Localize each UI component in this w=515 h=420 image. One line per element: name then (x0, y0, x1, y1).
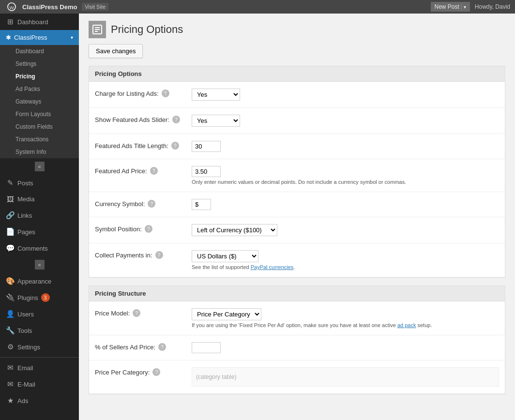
svg-text:W: W (10, 5, 15, 10)
featured-price-input[interactable] (192, 166, 221, 177)
option-price-per-category: Price Per Category: ? (category table) (89, 360, 505, 394)
sidebar-item-pages[interactable]: 📄 Pages (0, 224, 79, 240)
page-title-container: Pricing Options (89, 21, 505, 38)
sidebar-item-email2[interactable]: ✉ E-Mail (0, 376, 79, 392)
pricing-structure-header: Pricing Structure (89, 286, 505, 301)
sidebar-item-dashboard[interactable]: ⊞ Dashboard (0, 14, 79, 30)
featured-price-label: Featured Ad Price: (95, 167, 147, 175)
option-featured-slider: Show Featured Ads Slider: ? Yes No (89, 108, 505, 134)
title-length-label: Featured Ads Title Length: (95, 142, 168, 150)
sidebar-collapse-button-2[interactable]: « (35, 260, 45, 270)
symbol-position-select[interactable]: Left of Currency ($100) Right of Currenc… (192, 224, 277, 236)
pricing-options-header: Pricing Options (89, 66, 505, 82)
option-collect-payments: Collect Payments in: ? US Dollars ($) Eu… (89, 243, 505, 277)
classipress-submenu: Dashboard Settings Pricing Ad Packs Gate… (0, 45, 79, 158)
dashboard-icon: ⊞ (6, 17, 15, 26)
sidebar-item-appearance[interactable]: 🎨 Appearance (0, 273, 79, 289)
site-name: ClassiPress Demo (22, 3, 77, 11)
price-per-category-label: Price Per Category: (95, 369, 150, 376)
sidebar-subitem-gateways[interactable]: Gateways (0, 95, 79, 108)
option-price-model: Price Model: ? Price Per Category Fixed … (89, 301, 505, 335)
sidebar-item-email[interactable]: ✉ Email (0, 360, 79, 376)
tools-icon: 🔧 (6, 326, 15, 335)
title-length-input[interactable] (192, 141, 221, 152)
sidebar-divider (0, 357, 79, 358)
sidebar-subitem-transactions[interactable]: Transactions (0, 133, 79, 146)
media-icon: 🖼 (6, 195, 15, 203)
currency-symbol-help-icon[interactable]: ? (148, 200, 155, 208)
featured-price-help-icon[interactable]: ? (150, 167, 158, 175)
price-model-help-icon[interactable]: ? (133, 309, 140, 317)
price-model-select[interactable]: Price Per Category Fixed Price Per Ad (192, 308, 261, 320)
new-post-button[interactable]: New Post ▾ (431, 2, 470, 12)
option-title-length: Featured Ads Title Length: ? (89, 134, 505, 159)
sidebar-subitem-pricing[interactable]: Pricing (0, 70, 79, 83)
sidebar-item-tools[interactable]: 🔧 Tools (0, 322, 79, 339)
pages-icon: 📄 (6, 227, 15, 236)
sidebar-subitem-sysinfo[interactable]: System Info (0, 146, 79, 158)
paypal-currencies-link[interactable]: PayPal currencies (251, 264, 294, 270)
symbol-position-help-icon[interactable]: ? (145, 225, 152, 233)
charge-listing-help-icon[interactable]: ? (162, 90, 169, 97)
sidebar-item-comments[interactable]: 💬 Comments (0, 240, 79, 256)
featured-slider-select[interactable]: Yes No (192, 115, 240, 127)
sidebar-item-settings[interactable]: ⚙ Settings (0, 339, 79, 355)
sidebar-item-classipress[interactable]: ✱ ClassiPress ▾ (0, 30, 79, 45)
price-model-label: Price Model: (95, 310, 130, 317)
currency-symbol-input[interactable] (192, 199, 211, 210)
sidebar-subitem-settings[interactable]: Settings (0, 58, 79, 70)
sidebar-item-plugins[interactable]: 🔌 Plugins 3 (0, 289, 79, 306)
ads-icon: ★ (6, 396, 15, 405)
sidebar-item-posts[interactable]: ✎ Posts (0, 175, 79, 191)
collect-payments-select[interactable]: US Dollars ($) Euros (€) British Pounds … (192, 250, 258, 262)
dropdown-arrow-icon[interactable]: ▾ (461, 4, 466, 10)
currency-symbol-label: Currency Symbol: (95, 200, 145, 208)
collect-payments-help-icon[interactable]: ? (155, 251, 163, 259)
sellers-price-pct-input[interactable] (192, 342, 221, 353)
price-per-category-help-icon[interactable]: ? (152, 368, 160, 376)
save-changes-button[interactable]: Save changes (89, 44, 143, 58)
pricing-structure-section: Pricing Structure Price Model: ? Price P… (89, 285, 505, 394)
title-length-help-icon[interactable]: ? (171, 142, 179, 150)
links-icon: 🔗 (6, 211, 15, 220)
sidebar-subitem-formlayouts[interactable]: Form Layouts (0, 108, 79, 120)
charge-listing-select[interactable]: Yes No (192, 89, 240, 101)
classipress-arrow-icon: ▾ (71, 35, 73, 40)
wp-logo: W (5, 0, 18, 14)
sidebar-item-links[interactable]: 🔗 Links (0, 207, 79, 224)
price-model-note: If you are using the 'Fixed Price Per Ad… (192, 322, 499, 328)
sidebar-item-users[interactable]: 👤 Users (0, 306, 79, 322)
classipress-icon: ✱ (6, 34, 11, 41)
option-symbol-position: Symbol Position: ? Left of Currency ($10… (89, 217, 505, 243)
collect-payments-label: Collect Payments in: (95, 252, 152, 259)
appearance-icon: 🎨 (6, 277, 15, 285)
sidebar-item-ads[interactable]: ★ Ads (0, 392, 79, 409)
users-icon: 👤 (6, 310, 15, 318)
featured-slider-help-icon[interactable]: ? (172, 116, 180, 123)
howdy-text: Howdy, David (475, 3, 510, 10)
sidebar-subitem-customfields[interactable]: Custom Fields (0, 120, 79, 133)
comments-icon: 💬 (6, 244, 15, 253)
sidebar-subitem-dashboard[interactable]: Dashboard (0, 45, 79, 58)
price-per-category-placeholder: (category table) (192, 367, 499, 387)
email2-icon: ✉ (6, 380, 15, 389)
page-icon (89, 21, 106, 38)
sidebar-collapse-button[interactable]: « (35, 162, 45, 171)
page-title: Pricing Options (111, 23, 183, 36)
settings-icon: ⚙ (6, 343, 15, 351)
email-icon: ✉ (6, 363, 15, 372)
visit-site-link[interactable]: Visit Site (82, 3, 108, 11)
ad-pack-link[interactable]: ad pack (397, 322, 416, 328)
symbol-position-label: Symbol Position: (95, 225, 142, 233)
pricing-options-section: Pricing Options Charge for Listing Ads: … (89, 66, 505, 278)
option-sellers-price-pct: % of Sellers Ad Price: ? (89, 335, 505, 360)
featured-slider-label: Show Featured Ads Slider: (95, 116, 169, 123)
sidebar-item-media[interactable]: 🖼 Media (0, 191, 79, 207)
option-currency-symbol: Currency Symbol: ? (89, 192, 505, 217)
option-featured-price: Featured Ad Price: ? Only enter numeric … (89, 159, 505, 192)
admin-bar: W ClassiPress Demo Visit Site New Post ▾… (0, 0, 515, 14)
plugins-icon: 🔌 (6, 293, 15, 302)
sidebar-subitem-adpacks[interactable]: Ad Packs (0, 83, 79, 95)
sidebar: ⊞ Dashboard ✱ ClassiPress ▾ Dashboard Se… (0, 14, 79, 420)
sellers-price-pct-help-icon[interactable]: ? (158, 343, 166, 351)
